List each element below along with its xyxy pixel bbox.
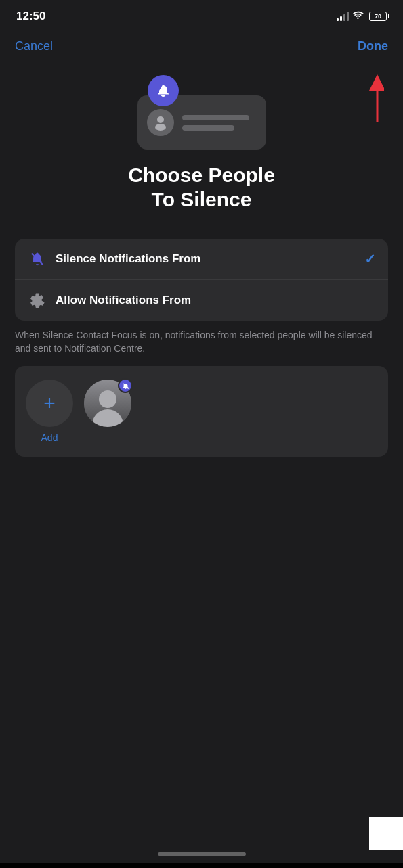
bottom-right-box xyxy=(369,817,403,850)
cancel-button[interactable]: Cancel xyxy=(15,39,53,53)
hero-section: Choose PeopleTo Silence xyxy=(0,62,403,228)
silence-option-label: Silence Notifications From xyxy=(56,252,364,266)
home-indicator xyxy=(158,852,246,856)
bell-off-icon xyxy=(27,249,47,269)
hero-illustration xyxy=(127,68,276,150)
silence-option[interactable]: Silence Notifications From ✓ xyxy=(15,239,388,280)
status-bar: 12:50 70 xyxy=(0,0,403,28)
add-person-button[interactable]: + Add xyxy=(26,380,73,443)
allow-option-label: Allow Notifications From xyxy=(56,294,376,307)
svg-point-0 xyxy=(157,116,164,123)
people-container: + Add xyxy=(15,366,388,457)
nav-bar: Cancel Done xyxy=(0,28,403,62)
options-container: Silence Notifications From ✓ Allow Notif… xyxy=(15,239,388,321)
signal-icon xyxy=(337,12,349,21)
svg-point-1 xyxy=(155,124,166,131)
gear-icon xyxy=(27,290,47,311)
person-bell-badge xyxy=(118,378,133,393)
silence-checkmark: ✓ xyxy=(364,251,376,267)
status-time: 12:50 xyxy=(16,9,45,23)
allow-option[interactable]: Allow Notifications From xyxy=(15,280,388,321)
battery-icon: 70 xyxy=(369,12,387,21)
illus-avatar xyxy=(147,109,174,136)
done-button[interactable]: Done xyxy=(358,39,388,53)
illus-lines xyxy=(182,115,257,131)
bell-muted-badge xyxy=(148,75,179,106)
status-icons: 70 xyxy=(337,11,387,22)
hero-title: Choose PeopleTo Silence xyxy=(101,163,302,212)
description-text: When Silence Contact Focus is on, notifi… xyxy=(15,329,388,355)
main-content: Cancel Done xyxy=(0,28,403,863)
add-circle: + xyxy=(26,380,73,427)
wifi-icon xyxy=(353,11,365,22)
person-avatar xyxy=(84,380,131,427)
person-item[interactable] xyxy=(84,380,131,427)
add-label: Add xyxy=(41,432,58,443)
